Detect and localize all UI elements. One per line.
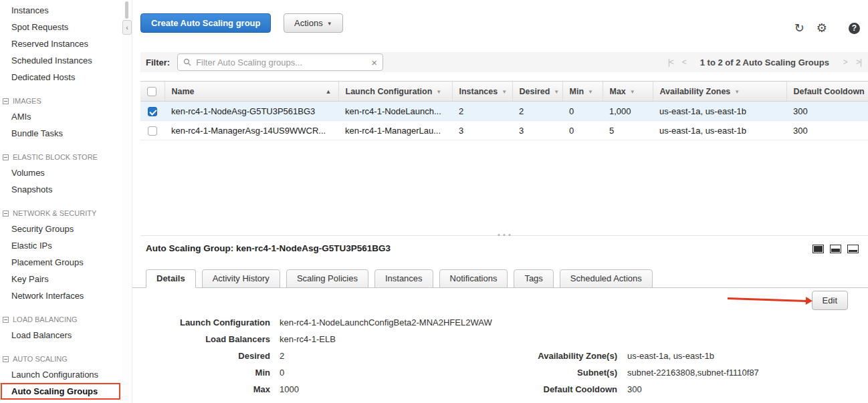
cell-launch-configuration[interactable]: ken-rc4-1-NodeLaunch... <box>338 102 452 121</box>
cell-availability-zones[interactable]: us-east-1a, us-east-1b <box>653 102 786 121</box>
cell-desired[interactable]: 2 <box>512 102 562 121</box>
sidebar-item-scheduled-instances[interactable]: Scheduled Instances <box>0 52 122 69</box>
sidebar-section-auto-scaling[interactable]: AUTO SCALING <box>0 352 122 366</box>
sidebar-item-network-interfaces[interactable]: Network Interfaces <box>0 287 122 304</box>
sidebar-item-security-groups[interactable]: Security Groups <box>0 221 122 237</box>
first-page-button[interactable]: |< <box>668 57 673 67</box>
field-subnets: Subnet(s) subnet-22163808,subnet-f1110f8… <box>507 364 759 381</box>
sidebar-item-elastic-ips[interactable]: Elastic IPs <box>0 237 122 254</box>
col-max[interactable]: Max▼ <box>603 82 653 102</box>
col-min[interactable]: Min▼ <box>562 82 603 102</box>
sidebar-item-load-balancers[interactable]: Load Balancers <box>0 327 122 344</box>
tab-instances[interactable]: Instances <box>374 269 433 288</box>
sidebar-item-snapshots[interactable]: Snapshots <box>0 181 122 198</box>
cell-name[interactable]: ken-rc4-1-NodeAsg-G5TU3P561BG3 <box>165 102 338 121</box>
layout-collapsed-icon[interactable] <box>847 245 859 253</box>
sidebar-item-spot-requests[interactable]: Spot Requests <box>0 19 122 35</box>
tab-scheduled-actions[interactable]: Scheduled Actions <box>560 269 653 288</box>
row-select-cell[interactable] <box>140 102 165 121</box>
row-checkbox[interactable] <box>148 107 157 116</box>
detail-fields-right: Availability Zone(s) us-east-1a, us-east… <box>507 348 759 403</box>
filter-search-box: × <box>177 53 383 71</box>
collapse-section-icon <box>3 211 9 217</box>
annotation-arrow <box>728 297 806 302</box>
refresh-icon[interactable]: ↻ <box>794 21 804 35</box>
tab-activity-history[interactable]: Activity History <box>202 269 280 288</box>
cell-availability-zones[interactable]: us-east-1a, us-east-1b <box>653 121 786 140</box>
tab-details[interactable]: Details <box>146 269 196 288</box>
layout-fullscreen-icon[interactable] <box>812 245 824 253</box>
clear-filter-icon[interactable]: × <box>371 57 377 68</box>
cell-name[interactable]: ken-rc4-1-ManagerAsg-14US9WWCR... <box>165 121 338 140</box>
chevron-down-icon: ▼ <box>327 21 332 27</box>
tab-tags[interactable]: Tags <box>514 269 553 288</box>
help-icon[interactable]: ? <box>849 23 860 34</box>
collapse-section-icon <box>3 154 9 160</box>
tab-scaling-policies[interactable]: Scaling Policies <box>286 269 368 288</box>
field-default-cooldown: Default Cooldown 300 <box>507 381 759 398</box>
sort-caret-icon: ▼ <box>734 89 740 95</box>
field-max: Max 1000 <box>146 381 492 398</box>
sidebar-section-load-balancing[interactable]: LOAD BALANCING <box>0 312 122 327</box>
tab-notifications[interactable]: Notifications <box>439 269 508 288</box>
field-desired: Desired 2 <box>146 348 492 364</box>
actions-button[interactable]: Actions▼ <box>284 13 343 33</box>
col-select-all[interactable] <box>140 82 165 102</box>
prev-page-button[interactable]: < <box>682 57 686 67</box>
cell-instances[interactable]: 3 <box>452 121 512 140</box>
asg-row[interactable]: ken-rc4-1-ManagerAsg-14US9WWCR... ken-rc… <box>140 121 868 140</box>
col-desired[interactable]: Desired▼ <box>512 82 562 102</box>
sidebar-item-reserved-instances[interactable]: Reserved Instances <box>0 35 122 52</box>
cell-instances[interactable]: 2 <box>452 102 512 121</box>
section-label: NETWORK & SECURITY <box>13 209 96 217</box>
sidebar-item-key-pairs[interactable]: Key Pairs <box>0 271 122 287</box>
collapse-section-icon <box>3 356 9 362</box>
asg-row[interactable]: ken-rc4-1-NodeAsg-G5TU3P561BG3 ken-rc4-1… <box>140 102 868 121</box>
main-content: Create Auto Scaling group Actions▼ ↻ ⚙ ?… <box>132 0 868 403</box>
layout-split-icon[interactable] <box>830 245 841 253</box>
sidebar-item-amis[interactable]: AMIs <box>0 108 122 125</box>
field-load-balancers: Load Balancers ken-rc4-1-ELB <box>146 331 492 348</box>
cell-min[interactable]: 0 <box>562 102 603 121</box>
collapse-section-icon <box>3 98 9 104</box>
sidebar-item-dedicated-hosts[interactable]: Dedicated Hosts <box>0 69 122 86</box>
sidebar-item-label: Auto Scaling Groups <box>11 386 98 396</box>
cell-default-cooldown[interactable]: 300 <box>786 121 868 140</box>
sidebar-section-elastic-block-store[interactable]: ELASTIC BLOCK STORE <box>0 150 122 164</box>
edit-button[interactable]: Edit <box>812 291 848 310</box>
sidebar-item-bundle-tasks[interactable]: Bundle Tasks <box>0 125 122 142</box>
cell-desired[interactable]: 3 <box>512 121 562 140</box>
last-page-button[interactable]: >| <box>856 57 861 67</box>
cell-min[interactable]: 0 <box>562 121 603 140</box>
select-all-checkbox[interactable] <box>147 87 156 96</box>
sidebar-scrollbar-thumb[interactable] <box>125 1 128 19</box>
col-name[interactable]: Name▲ <box>165 82 338 102</box>
sidebar-section-network-security[interactable]: NETWORK & SECURITY <box>0 206 122 221</box>
sidebar-item-placement-groups[interactable]: Placement Groups <box>0 254 122 271</box>
col-instances[interactable]: Instances▼ <box>452 82 512 102</box>
sidebar-item-launch-configurations[interactable]: Launch Configurations <box>0 366 122 383</box>
next-page-button[interactable]: > <box>843 57 847 67</box>
sidebar-item-instances[interactable]: Instances <box>0 2 122 19</box>
gear-icon[interactable]: ⚙ <box>817 21 827 35</box>
cell-launch-configuration[interactable]: ken-rc4-1-ManagerLau... <box>338 121 452 140</box>
panel-divider <box>140 235 868 241</box>
section-label: AUTO SCALING <box>13 355 68 363</box>
sidebar-collapse-button[interactable]: ‹ <box>122 20 132 35</box>
create-auto-scaling-group-button[interactable]: Create Auto Scaling group <box>140 13 271 33</box>
sidebar-item-auto-scaling-groups[interactable]: Auto Scaling Groups <box>0 383 122 400</box>
filter-input[interactable] <box>196 57 366 68</box>
divider-drag-handle[interactable] <box>494 233 515 237</box>
cell-max[interactable]: 5 <box>603 121 653 140</box>
sidebar-item-volumes[interactable]: Volumes <box>0 164 122 181</box>
cell-default-cooldown[interactable]: 300 <box>786 102 868 121</box>
row-select-cell[interactable] <box>140 121 165 140</box>
col-availability-zones[interactable]: Availability Zones▼ <box>653 82 786 102</box>
col-default-cooldown[interactable]: Default Cooldown <box>786 82 868 102</box>
col-launch-configuration[interactable]: Launch Configuration▼ <box>338 82 452 102</box>
sort-caret-icon: ▼ <box>436 89 441 95</box>
row-checkbox[interactable] <box>148 126 157 136</box>
sidebar-section-images[interactable]: IMAGES <box>0 94 122 108</box>
cell-max[interactable]: 1,000 <box>603 102 653 121</box>
table-header-row: Name▲ Launch Configuration▼ Instances▼ D… <box>140 82 868 102</box>
